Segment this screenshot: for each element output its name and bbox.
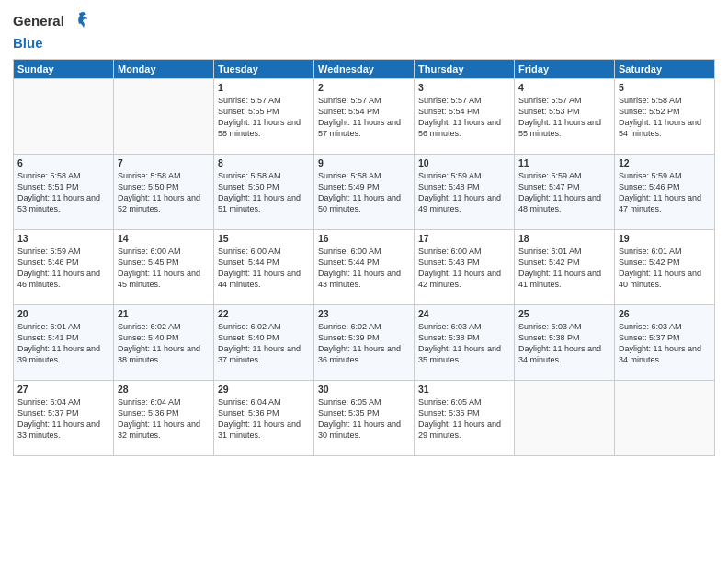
- weekday-header-saturday: Saturday: [615, 59, 715, 78]
- calendar-cell: 28Sunrise: 6:04 AM Sunset: 5:36 PM Dayli…: [114, 380, 214, 455]
- day-number: 14: [118, 233, 210, 244]
- day-number: 15: [218, 233, 310, 244]
- day-info: Sunrise: 6:01 AM Sunset: 5:42 PM Dayligh…: [518, 246, 610, 291]
- weekday-header-tuesday: Tuesday: [214, 59, 314, 78]
- day-info: Sunrise: 6:02 AM Sunset: 5:39 PM Dayligh…: [318, 321, 410, 366]
- day-number: 26: [619, 308, 711, 319]
- calendar-page: General Blue SundayMondayTuesdayWednesda…: [0, 0, 728, 563]
- calendar-cell: 23Sunrise: 6:02 AM Sunset: 5:39 PM Dayli…: [314, 304, 415, 380]
- day-number: 25: [518, 308, 610, 319]
- calendar-cell: [515, 380, 615, 455]
- weekday-header-monday: Monday: [114, 59, 214, 78]
- calendar-cell: 9Sunrise: 5:58 AM Sunset: 5:49 PM Daylig…: [314, 154, 415, 229]
- calendar-cell: 4Sunrise: 5:57 AM Sunset: 5:53 PM Daylig…: [515, 78, 615, 154]
- calendar-cell: 27Sunrise: 6:04 AM Sunset: 5:37 PM Dayli…: [14, 380, 114, 455]
- weekday-header-wednesday: Wednesday: [314, 59, 415, 78]
- day-number: 1: [218, 82, 310, 93]
- calendar-cell: 12Sunrise: 5:59 AM Sunset: 5:46 PM Dayli…: [615, 154, 715, 229]
- calendar-cell: 8Sunrise: 5:58 AM Sunset: 5:50 PM Daylig…: [214, 154, 314, 229]
- day-info: Sunrise: 6:01 AM Sunset: 5:42 PM Dayligh…: [619, 246, 711, 291]
- calendar-table: SundayMondayTuesdayWednesdayThursdayFrid…: [13, 59, 715, 456]
- day-info: Sunrise: 5:57 AM Sunset: 5:54 PM Dayligh…: [418, 95, 510, 140]
- calendar-cell: 1Sunrise: 5:57 AM Sunset: 5:55 PM Daylig…: [214, 78, 314, 154]
- day-number: 19: [619, 233, 711, 244]
- day-info: Sunrise: 5:58 AM Sunset: 5:52 PM Dayligh…: [619, 95, 711, 140]
- logo-blue: Blue: [13, 35, 43, 51]
- day-info: Sunrise: 6:03 AM Sunset: 5:37 PM Dayligh…: [619, 321, 711, 366]
- day-number: 4: [518, 82, 610, 93]
- calendar-cell: 13Sunrise: 5:59 AM Sunset: 5:46 PM Dayli…: [14, 229, 114, 304]
- calendar-cell: 2Sunrise: 5:57 AM Sunset: 5:54 PM Daylig…: [314, 78, 415, 154]
- day-number: 10: [418, 157, 510, 168]
- calendar-cell: 19Sunrise: 6:01 AM Sunset: 5:42 PM Dayli…: [615, 229, 715, 304]
- day-info: Sunrise: 5:58 AM Sunset: 5:50 PM Dayligh…: [218, 170, 310, 215]
- day-number: 28: [118, 384, 210, 395]
- day-number: 2: [318, 82, 410, 93]
- calendar-cell: 3Sunrise: 5:57 AM Sunset: 5:54 PM Daylig…: [415, 78, 515, 154]
- day-info: Sunrise: 6:02 AM Sunset: 5:40 PM Dayligh…: [218, 321, 310, 366]
- day-info: Sunrise: 5:57 AM Sunset: 5:55 PM Dayligh…: [218, 95, 310, 140]
- day-info: Sunrise: 5:59 AM Sunset: 5:48 PM Dayligh…: [418, 170, 510, 215]
- day-info: Sunrise: 6:00 AM Sunset: 5:44 PM Dayligh…: [218, 246, 310, 291]
- calendar-cell: [114, 78, 214, 154]
- calendar-cell: 6Sunrise: 5:58 AM Sunset: 5:51 PM Daylig…: [14, 154, 114, 229]
- week-row: 1Sunrise: 5:57 AM Sunset: 5:55 PM Daylig…: [14, 78, 715, 154]
- day-number: 20: [17, 308, 109, 319]
- day-info: Sunrise: 6:05 AM Sunset: 5:35 PM Dayligh…: [318, 396, 410, 442]
- calendar-cell: 31Sunrise: 6:05 AM Sunset: 5:35 PM Dayli…: [415, 380, 515, 455]
- day-number: 18: [518, 233, 610, 244]
- weekday-header-row: SundayMondayTuesdayWednesdayThursdayFrid…: [14, 59, 715, 78]
- day-number: 29: [218, 384, 310, 395]
- week-row: 13Sunrise: 5:59 AM Sunset: 5:46 PM Dayli…: [14, 229, 715, 304]
- day-info: Sunrise: 5:58 AM Sunset: 5:51 PM Dayligh…: [17, 170, 109, 215]
- day-number: 3: [418, 82, 510, 93]
- day-number: 31: [418, 384, 510, 395]
- day-info: Sunrise: 6:05 AM Sunset: 5:35 PM Dayligh…: [418, 396, 510, 442]
- logo-general: General: [13, 13, 64, 29]
- day-info: Sunrise: 6:01 AM Sunset: 5:41 PM Dayligh…: [17, 321, 109, 366]
- weekday-header-thursday: Thursday: [415, 59, 515, 78]
- day-number: 16: [318, 233, 410, 244]
- day-info: Sunrise: 5:59 AM Sunset: 5:46 PM Dayligh…: [619, 170, 711, 215]
- day-info: Sunrise: 5:57 AM Sunset: 5:53 PM Dayligh…: [518, 95, 610, 140]
- day-info: Sunrise: 5:59 AM Sunset: 5:46 PM Dayligh…: [17, 246, 109, 291]
- weekday-header-sunday: Sunday: [14, 59, 114, 78]
- day-info: Sunrise: 5:59 AM Sunset: 5:47 PM Dayligh…: [518, 170, 610, 215]
- page-header: General Blue: [13, 9, 715, 52]
- day-info: Sunrise: 5:58 AM Sunset: 5:49 PM Dayligh…: [318, 170, 410, 215]
- day-info: Sunrise: 6:04 AM Sunset: 5:36 PM Dayligh…: [218, 396, 310, 442]
- day-number: 17: [418, 233, 510, 244]
- calendar-cell: 11Sunrise: 5:59 AM Sunset: 5:47 PM Dayli…: [515, 154, 615, 229]
- calendar-cell: 18Sunrise: 6:01 AM Sunset: 5:42 PM Dayli…: [515, 229, 615, 304]
- calendar-cell: 20Sunrise: 6:01 AM Sunset: 5:41 PM Dayli…: [14, 304, 114, 380]
- day-number: 7: [118, 157, 210, 168]
- week-row: 20Sunrise: 6:01 AM Sunset: 5:41 PM Dayli…: [14, 304, 715, 380]
- calendar-cell: 25Sunrise: 6:03 AM Sunset: 5:38 PM Dayli…: [515, 304, 615, 380]
- logo-bird-icon: [70, 9, 90, 35]
- day-info: Sunrise: 6:03 AM Sunset: 5:38 PM Dayligh…: [518, 321, 610, 366]
- calendar-cell: 29Sunrise: 6:04 AM Sunset: 5:36 PM Dayli…: [214, 380, 314, 455]
- logo-wordmark: General Blue: [13, 9, 90, 52]
- day-number: 13: [17, 233, 109, 244]
- calendar-cell: 26Sunrise: 6:03 AM Sunset: 5:37 PM Dayli…: [615, 304, 715, 380]
- day-number: 8: [218, 157, 310, 168]
- day-number: 27: [17, 384, 109, 395]
- calendar-cell: 15Sunrise: 6:00 AM Sunset: 5:44 PM Dayli…: [214, 229, 314, 304]
- day-info: Sunrise: 6:04 AM Sunset: 5:37 PM Dayligh…: [17, 396, 109, 442]
- calendar-cell: 22Sunrise: 6:02 AM Sunset: 5:40 PM Dayli…: [214, 304, 314, 380]
- day-number: 9: [318, 157, 410, 168]
- weekday-header-friday: Friday: [515, 59, 615, 78]
- calendar-cell: [615, 380, 715, 455]
- day-info: Sunrise: 5:57 AM Sunset: 5:54 PM Dayligh…: [318, 95, 410, 140]
- day-number: 24: [418, 308, 510, 319]
- day-number: 21: [118, 308, 210, 319]
- day-number: 23: [318, 308, 410, 319]
- day-info: Sunrise: 5:58 AM Sunset: 5:50 PM Dayligh…: [118, 170, 210, 215]
- calendar-cell: 24Sunrise: 6:03 AM Sunset: 5:38 PM Dayli…: [415, 304, 515, 380]
- day-number: 5: [619, 82, 711, 93]
- calendar-cell: 21Sunrise: 6:02 AM Sunset: 5:40 PM Dayli…: [114, 304, 214, 380]
- logo: General Blue: [13, 9, 90, 52]
- day-info: Sunrise: 6:03 AM Sunset: 5:38 PM Dayligh…: [418, 321, 510, 366]
- calendar-cell: 14Sunrise: 6:00 AM Sunset: 5:45 PM Dayli…: [114, 229, 214, 304]
- week-row: 6Sunrise: 5:58 AM Sunset: 5:51 PM Daylig…: [14, 154, 715, 229]
